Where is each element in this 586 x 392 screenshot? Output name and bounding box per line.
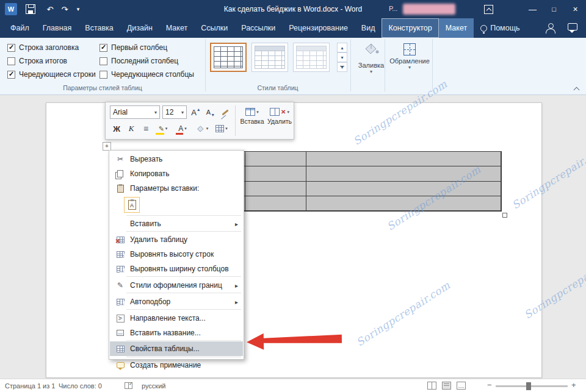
tab-layout[interactable]: Макет [159, 18, 194, 38]
styles-more-button[interactable]: ▾ [337, 62, 347, 72]
table-cell[interactable] [306, 152, 501, 166]
tab-table-design[interactable]: Конструктор [382, 18, 438, 38]
tab-mailings[interactable]: Рассылки [234, 18, 282, 38]
read-mode-button[interactable] [427, 382, 436, 390]
submenu-arrow-icon: ▸ [235, 299, 238, 305]
highlight-color-button[interactable]: ✎ ▾ [154, 121, 172, 136]
table-cell[interactable] [306, 196, 501, 211]
shading-mini-button[interactable]: ▾ [193, 121, 211, 136]
checkbox-header-row[interactable]: Строка заголовка [7, 43, 79, 52]
insert-table-button[interactable]: ▾ Вставка [239, 105, 266, 138]
shrink-font-letter: А [206, 109, 211, 116]
comments-icon[interactable] [568, 23, 577, 30]
chevron-down-icon: ▾ [154, 110, 157, 115]
menu-item-autofit[interactable]: ↔ Автоподбор ▸ [110, 294, 243, 309]
menu-item-new-comment[interactable]: Создать примечание [110, 358, 243, 372]
align-button[interactable]: ≡ [139, 121, 153, 136]
tab-view[interactable]: Вид [355, 18, 382, 38]
styles-scroll-up-button[interactable]: ▴ [337, 43, 347, 52]
tab-review[interactable]: Рецензирование [282, 18, 355, 38]
word-count-status[interactable]: Число слов: 0 [59, 382, 102, 390]
checkbox-banded-columns[interactable]: Чередующиеся столбцы [99, 69, 194, 79]
close-button[interactable]: × [565, 0, 586, 18]
proofing-book-icon[interactable] [125, 382, 132, 389]
window-title: Как сделать бейджик в Word.docx - Word [0, 5, 586, 13]
ribbon-display-options-icon[interactable] [484, 5, 493, 14]
checkbox-total-row[interactable]: Строка итогов [7, 56, 67, 66]
table-cell[interactable] [306, 182, 501, 196]
table-style-thumbnail[interactable] [251, 43, 288, 72]
table-cell[interactable] [245, 196, 306, 211]
table-cell[interactable] [245, 182, 306, 196]
tab-design[interactable]: Дизайн [120, 18, 159, 38]
tab-home[interactable]: Главная [36, 18, 79, 38]
font-name-combo[interactable]: Arial ▾ [110, 105, 160, 119]
distribute-rows-icon: ↕ [114, 251, 127, 258]
user-name-redacted [403, 4, 455, 15]
styles-scroll-down-button[interactable]: ▾ [337, 52, 347, 62]
print-layout-button[interactable] [442, 382, 451, 390]
delete-table-button[interactable]: ✕▾ Удалить [267, 105, 292, 138]
chevron-down-icon: ▾ [256, 110, 259, 115]
table-style-thumbnail[interactable] [293, 43, 330, 72]
table-resize-handle[interactable] [502, 213, 507, 218]
tab-references[interactable]: Ссылки [194, 18, 234, 38]
menu-item-distribute-rows[interactable]: ↕ Выровнять высоту строк [110, 247, 243, 262]
zoom-slider-knob[interactable] [526, 382, 531, 390]
menu-item-copy[interactable]: Копировать [110, 166, 243, 181]
font-color-button[interactable]: А ▾ [173, 121, 192, 136]
font-color-letter: А [178, 124, 183, 133]
tab-file[interactable]: Файл [4, 18, 36, 38]
zoom-slider-track[interactable] [496, 385, 568, 387]
page-number-status[interactable]: Страница 1 из 1 [5, 382, 55, 390]
format-painter-button[interactable] [219, 105, 232, 119]
help-tab-label: Помощь [490, 24, 519, 32]
account-person-icon[interactable] [545, 23, 555, 33]
tab-help[interactable]: Помощь [474, 18, 526, 38]
borders-button[interactable]: Обрамление ▾ [388, 41, 431, 70]
collapse-ribbon-icon[interactable] [573, 85, 581, 93]
checkbox-banded-rows[interactable]: Чередующиеся строки [7, 69, 96, 79]
menu-separator [126, 231, 241, 232]
distribute-columns-icon: ↔ [114, 266, 127, 273]
checkbox-first-column[interactable]: Первый столбец [99, 43, 167, 52]
down-arrow-icon: ▼ [211, 113, 215, 117]
web-layout-button[interactable] [457, 382, 466, 390]
menu-item-label: Вставить название... [130, 329, 201, 337]
table-cell[interactable] [245, 152, 306, 166]
highlight-color-bar [156, 133, 164, 135]
paste-keep-source-button[interactable]: A [124, 197, 140, 213]
table-style-thumbnail[interactable] [210, 43, 247, 72]
bold-button[interactable]: Ж [110, 121, 123, 136]
table-move-handle[interactable]: + [103, 142, 111, 151]
font-size-combo[interactable]: 12 ▾ [162, 105, 187, 119]
menu-item-table-properties[interactable]: Свойства таблицы... [110, 341, 243, 356]
borders-mini-button[interactable]: ▾ [212, 121, 231, 136]
menu-item-cut[interactable]: ✂ Вырезать [110, 152, 243, 166]
shading-button[interactable]: Заливка ▾ [353, 41, 389, 74]
menu-item-insert[interactable]: Вставить ▸ [110, 216, 243, 231]
maximize-button[interactable]: □ [543, 0, 565, 18]
italic-button[interactable]: К [125, 121, 138, 136]
menu-item-border-styles[interactable]: ✎ Стили оформления границ ▸ [110, 278, 243, 293]
menu-item-text-direction[interactable]: А Направление текста... [110, 311, 243, 326]
tab-insert[interactable]: Вставка [78, 18, 120, 38]
tab-table-layout[interactable]: Макет [439, 18, 474, 38]
zoom-out-button[interactable]: − [487, 380, 492, 390]
checkbox-last-column[interactable]: Последний столбец [99, 56, 178, 66]
menu-item-insert-caption[interactable]: Вставить название... [110, 326, 243, 340]
table-cell[interactable] [245, 166, 306, 181]
grow-font-button[interactable]: А▲ [189, 105, 203, 119]
minimize-button[interactable]: — [522, 0, 543, 18]
highlight-pen-icon: ✎ [159, 125, 164, 133]
menu-item-label: Выровнять ширину столбцов [130, 265, 229, 273]
menu-item-delete-table[interactable]: ✕ Удалить таблицу [110, 232, 243, 247]
language-status[interactable]: русский [142, 382, 165, 390]
group-separator [385, 39, 385, 91]
shrink-font-button[interactable]: А▼ [204, 105, 217, 119]
format-painter-icon [222, 109, 228, 115]
zoom-in-button[interactable]: + [571, 380, 576, 390]
insert-table-icon [245, 108, 255, 116]
chevron-down-icon: ▾ [388, 65, 431, 70]
menu-item-distribute-columns[interactable]: ↔ Выровнять ширину столбцов [110, 262, 243, 276]
